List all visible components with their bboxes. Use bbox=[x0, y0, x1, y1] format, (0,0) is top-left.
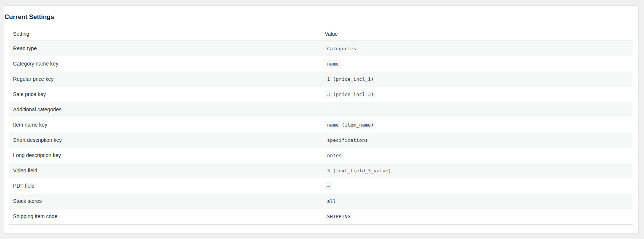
setting-value-code: — bbox=[325, 182, 332, 190]
setting-value-code: Categories bbox=[325, 45, 359, 52]
setting-name-cell: PDF field bbox=[9, 178, 321, 194]
setting-value-code: all bbox=[325, 197, 338, 205]
table-row: Additional categories— bbox=[9, 102, 633, 117]
settings-table-header: Setting Value bbox=[9, 27, 633, 41]
setting-value-code: 1 (price_incl_1) bbox=[325, 75, 376, 83]
setting-name-cell: Stock stores bbox=[9, 194, 321, 209]
column-header-setting: Setting bbox=[9, 27, 321, 41]
table-row: Shipping item codeSHIPPING bbox=[9, 209, 633, 224]
setting-value-code: name bbox=[325, 60, 341, 68]
settings-table-body: Read typeCategoriesCategory name keyname… bbox=[9, 41, 633, 224]
table-row: Stock storesall bbox=[9, 194, 633, 209]
setting-value-cell: specifications bbox=[321, 133, 633, 148]
setting-name-cell: Short description key bbox=[9, 133, 321, 148]
setting-name-cell: Item name key bbox=[9, 117, 321, 133]
table-row: Regular price key1 (price_incl_1) bbox=[9, 71, 633, 87]
setting-value-code: 3 (text_field_3_value) bbox=[325, 167, 394, 175]
setting-value-code: specifications bbox=[325, 136, 370, 144]
header-row: Setting Value bbox=[9, 27, 633, 41]
table-row: PDF field— bbox=[9, 178, 633, 194]
setting-value-cell: name bbox=[321, 56, 633, 71]
setting-value-code: name (item_name) bbox=[325, 121, 376, 129]
setting-value-code: — bbox=[325, 106, 332, 114]
setting-value-cell: Categories bbox=[321, 41, 633, 57]
table-row: Read typeCategories bbox=[9, 41, 633, 57]
setting-name-cell: Category name key bbox=[9, 56, 321, 71]
column-header-value: Value bbox=[321, 27, 633, 41]
admin-page: { "panel": { "title": "Current Settings"… bbox=[0, 0, 644, 239]
panel-title: Current Settings bbox=[4, 13, 638, 21]
setting-name-cell: Regular price key bbox=[9, 71, 321, 87]
setting-name-cell: Read type bbox=[9, 41, 321, 57]
setting-name-cell: Video field bbox=[9, 163, 321, 178]
table-row: Item name keyname (item_name) bbox=[9, 117, 633, 133]
setting-value-cell: notes bbox=[321, 148, 633, 163]
current-settings-panel: Current Settings Setting Value Read type… bbox=[4, 6, 638, 233]
setting-name-cell: Shipping item code bbox=[9, 209, 321, 224]
setting-name-cell: Additional categories bbox=[9, 102, 321, 117]
table-row: Video field3 (text_field_3_value) bbox=[9, 163, 633, 178]
setting-name-cell: Sale price key bbox=[9, 87, 321, 102]
table-row: Sale price key3 (price_incl_3) bbox=[9, 87, 633, 102]
setting-value-cell: 1 (price_incl_1) bbox=[321, 71, 633, 87]
setting-value-cell: 3 (text_field_3_value) bbox=[321, 163, 633, 178]
setting-value-cell: — bbox=[321, 178, 633, 194]
setting-value-code: 3 (price_incl_3) bbox=[325, 90, 376, 98]
setting-value-cell: — bbox=[321, 102, 633, 117]
setting-value-cell: 3 (price_incl_3) bbox=[321, 87, 633, 102]
setting-value-cell: name (item_name) bbox=[321, 117, 633, 133]
setting-name-cell: Long description key bbox=[9, 148, 321, 163]
setting-value-cell: all bbox=[321, 194, 633, 209]
table-row: Short description keyspecifications bbox=[9, 133, 633, 148]
setting-value-code: notes bbox=[325, 152, 344, 159]
table-row: Category name keyname bbox=[9, 56, 633, 71]
settings-table: Setting Value Read typeCategoriesCategor… bbox=[9, 27, 633, 224]
setting-value-code: SHIPPING bbox=[325, 213, 353, 220]
table-row: Long description keynotes bbox=[9, 148, 633, 163]
setting-value-cell: SHIPPING bbox=[321, 209, 633, 224]
